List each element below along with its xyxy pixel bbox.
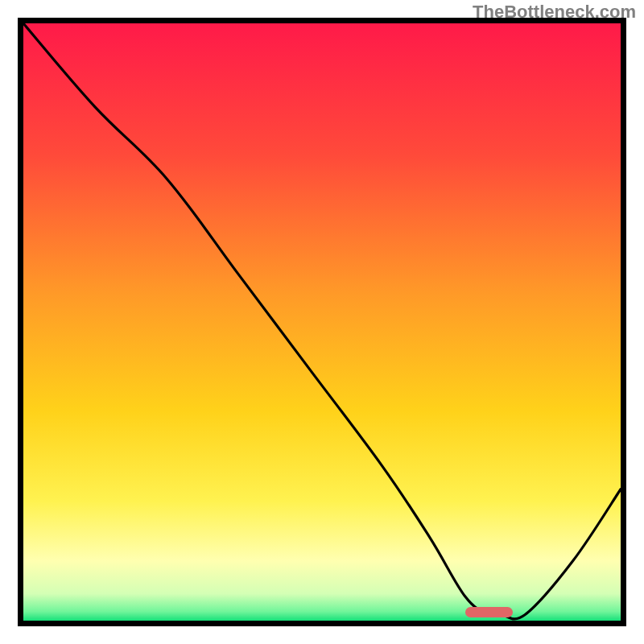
optimal-range-marker [465, 607, 513, 617]
watermark-text: TheBottleneck.com [473, 2, 636, 23]
chart-curve-layer [23, 23, 621, 621]
chart-frame [18, 18, 626, 626]
bottleneck-curve [23, 23, 621, 619]
